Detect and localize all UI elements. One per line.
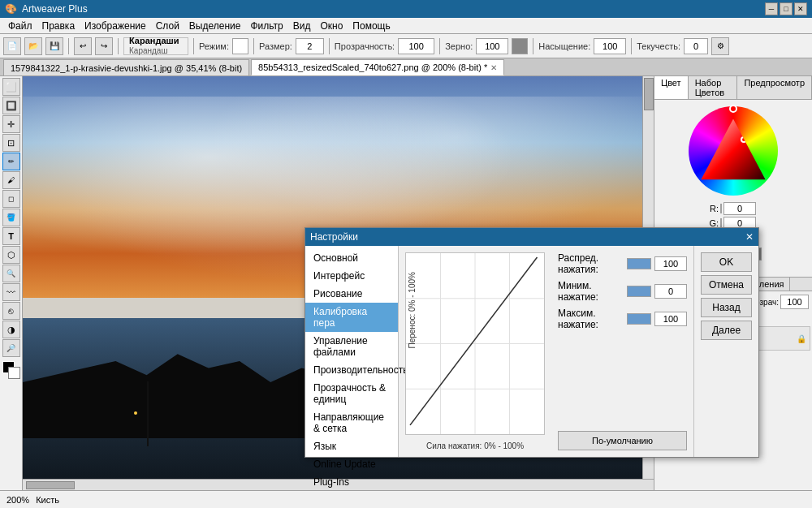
pressure-graph[interactable]: Перенос: 0% - 100% [405, 252, 545, 435]
dialog-action-buttons: OK Отмена Назад Далее [693, 246, 758, 457]
distrib-input[interactable] [654, 256, 687, 271]
min-input[interactable] [654, 284, 687, 299]
cancel-button[interactable]: Отмена [701, 275, 752, 295]
next-button[interactable]: Далее [701, 321, 752, 340]
max-row: Максим. нажатие: [558, 308, 687, 330]
settings-menu-plugins[interactable]: Plug-Ins [305, 473, 398, 491]
min-label: Миним. нажатие: [558, 280, 624, 303]
dialog-body: Основной Интерфейс Рисование Калибровка … [305, 246, 758, 457]
max-bar[interactable] [627, 313, 651, 325]
distrib-label: Распред. нажатия: [558, 252, 624, 275]
default-btn-row: По-умолчанию [558, 431, 687, 450]
graph-x-label: Сила нажатия: 0% - 100% [405, 441, 545, 450]
svg-line-6 [410, 257, 538, 425]
settings-menu-basic[interactable]: Основной [305, 249, 398, 267]
dialog-overlay: Настройки ✕ Основной Интерфейс Рисование… [0, 0, 812, 508]
back-button[interactable]: Назад [701, 298, 752, 317]
settings-menu-interface[interactable]: Интерфейс [305, 267, 398, 285]
graph-svg [406, 253, 544, 434]
settings-menu-file-mgmt[interactable]: Управление файлами [305, 332, 398, 361]
settings-menu-update[interactable]: Online Update [305, 455, 398, 473]
distrib-row: Распред. нажатия: [558, 252, 687, 275]
dialog-close-icon[interactable]: ✕ [745, 231, 754, 243]
min-row: Миним. нажатие: [558, 280, 687, 303]
dialog-params: Распред. нажатия: Миним. нажатие: Максим… [551, 246, 693, 457]
settings-menu-language[interactable]: Язык [305, 437, 398, 455]
settings-menu-pen-calib[interactable]: Калибровка пера [305, 303, 398, 332]
min-bar[interactable] [627, 286, 651, 297]
dialog-graph-area: Перенос: 0% - 100% Сил [399, 246, 551, 457]
distrib-bar[interactable] [627, 258, 651, 269]
dialog-sidebar: Основной Интерфейс Рисование Калибровка … [305, 246, 399, 457]
graph-y-label: Перенос: 0% - 100% [408, 272, 417, 348]
settings-menu-guides[interactable]: Направляющие & сетка [305, 408, 398, 437]
settings-menu-drawing[interactable]: Рисование [305, 285, 398, 303]
default-button[interactable]: По-умолчанию [558, 431, 687, 450]
max-label: Максим. нажатие: [558, 308, 624, 330]
settings-menu-performance[interactable]: Производительность [305, 361, 398, 379]
settings-dialog: Настройки ✕ Основной Интерфейс Рисование… [304, 227, 759, 458]
ok-button[interactable]: OK [701, 252, 752, 272]
settings-menu-transparency[interactable]: Прозрачность & единиц [305, 379, 398, 408]
dialog-title: Настройки [310, 231, 358, 243]
max-input[interactable] [654, 312, 687, 326]
dialog-titlebar[interactable]: Настройки ✕ [305, 228, 758, 246]
